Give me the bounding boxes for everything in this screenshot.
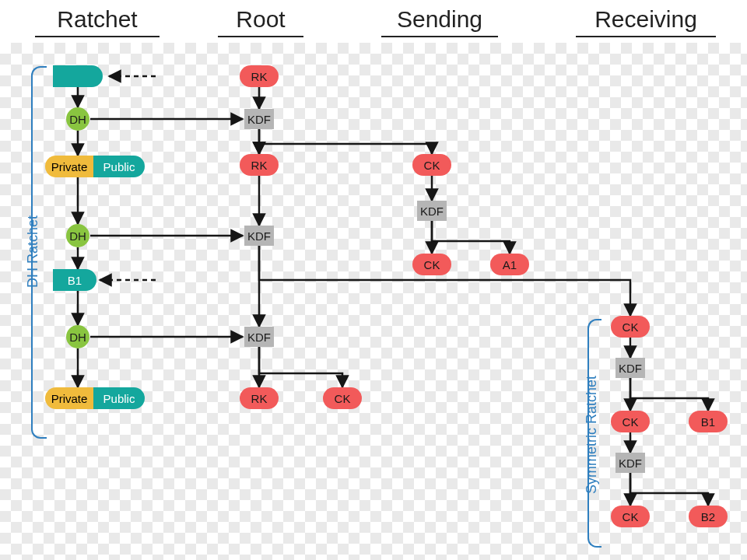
transparency-grid — [0, 43, 747, 560]
kdf-label: KDF — [247, 229, 271, 243]
kdf-recv-1: KDF — [615, 358, 645, 378]
kdf-root-1: KDF — [244, 109, 274, 129]
kdf-root-3: KDF — [244, 327, 274, 347]
private-label: Private — [51, 160, 88, 173]
private-label: Private — [51, 392, 88, 405]
col-header-label: Ratchet — [57, 6, 137, 32]
keypair-1: Private Public — [45, 156, 145, 177]
ck-label: CK — [622, 510, 639, 523]
kdf-recv-2: KDF — [615, 453, 645, 473]
col-header-receiving: Receiving — [576, 6, 716, 37]
ck-label: CK — [335, 392, 351, 405]
kdf-label: KDF — [247, 331, 271, 344]
ck-label: CK — [622, 320, 639, 334]
ck-send-1: CK — [412, 254, 451, 275]
ck-recv-0: CK — [611, 316, 650, 338]
kdf-label: KDF — [420, 205, 444, 218]
ck-label: CK — [622, 415, 639, 429]
col-header-label: Root — [236, 6, 285, 32]
public-label: Public — [103, 392, 135, 405]
kdf-label: KDF — [619, 362, 642, 375]
dh-node-2: DH — [66, 224, 89, 247]
a1-label: A1 — [503, 258, 517, 271]
incoming-public-0 — [53, 65, 103, 87]
kdf-label: KDF — [619, 457, 642, 470]
kdf-root-2: KDF — [244, 226, 274, 246]
dh-node-1: DH — [66, 107, 89, 131]
b2-label: B2 — [701, 510, 715, 523]
kdf-label: KDF — [247, 113, 271, 126]
side-label-dh: DH Ratchet — [25, 215, 41, 288]
ck-send-0: CK — [412, 154, 451, 176]
diagram-root: Ratchet Root Sending Receiving DH Ratche… — [0, 0, 747, 560]
dh-node-3: DH — [66, 325, 89, 348]
ck-recv-1: CK — [611, 411, 650, 432]
rk-0: RK — [240, 65, 279, 87]
msgkey-b1: B1 — [689, 411, 728, 432]
ck-label: CK — [424, 258, 440, 271]
rk-label: RK — [251, 159, 268, 172]
ck-recv-2: CK — [611, 506, 650, 527]
side-label-symmetric: Symmetric Ratchet — [584, 376, 600, 494]
dh-label: DH — [69, 331, 86, 344]
b1-label: B1 — [701, 415, 715, 429]
col-header-label: Sending — [397, 6, 482, 32]
dh-label: DH — [69, 113, 86, 126]
rk-1: RK — [240, 154, 279, 176]
rk-label: RK — [251, 392, 268, 405]
rk-2: RK — [240, 387, 279, 409]
ck-label: CK — [424, 159, 440, 172]
keypair-2: Private Public — [45, 387, 145, 409]
col-header-sending: Sending — [381, 6, 498, 37]
col-header-root: Root — [218, 6, 303, 37]
dh-label: DH — [69, 229, 86, 243]
public-label: Public — [103, 160, 135, 173]
b1-label: B1 — [68, 274, 82, 287]
msgkey-b2: B2 — [689, 506, 728, 527]
msgkey-a1: A1 — [490, 254, 529, 275]
ck-root-out: CK — [323, 387, 362, 409]
incoming-public-b1: B1 — [53, 269, 96, 291]
kdf-send-1: KDF — [417, 201, 447, 221]
col-header-label: Receiving — [594, 6, 697, 32]
rk-label: RK — [251, 70, 268, 83]
col-header-ratchet: Ratchet — [35, 6, 160, 37]
